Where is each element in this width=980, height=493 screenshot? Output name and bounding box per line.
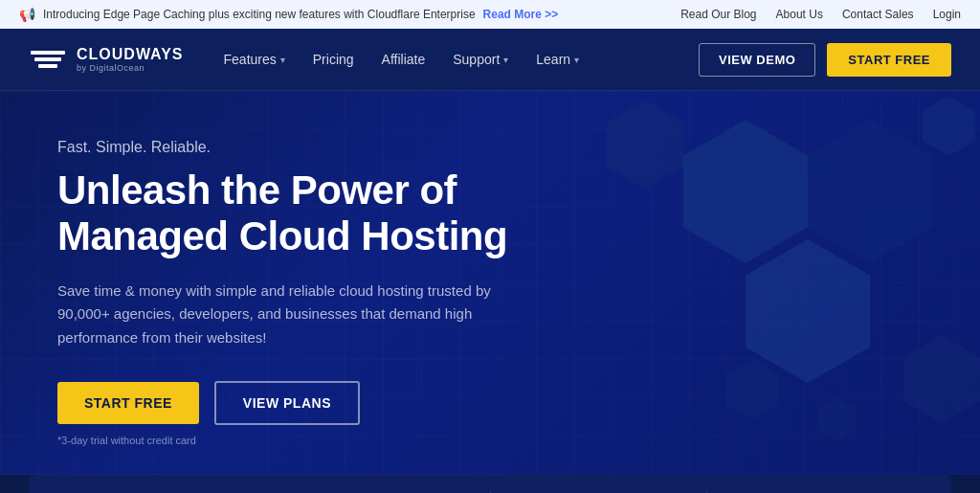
hex-shape	[683, 120, 808, 263]
view-plans-button[interactable]: VIEW PLANS	[214, 381, 360, 425]
hex-shape	[903, 335, 980, 423]
hex-shape	[923, 96, 975, 156]
logo-main-text: CLOUDWAYS	[77, 46, 184, 63]
hero-section: Fast. Simple. Reliable. Unleash the Powe…	[0, 91, 980, 475]
view-demo-button[interactable]: VIEW DEMO	[699, 43, 815, 77]
announcement-icon: 📢	[19, 7, 35, 22]
hex-shape	[746, 239, 870, 383]
logo[interactable]: CLOUDWAYS by DigitalOcean	[29, 43, 184, 77]
nav-right: VIEW DEMO START FREE	[699, 43, 951, 77]
hex-decorations	[578, 91, 980, 455]
hex-shape	[808, 120, 932, 263]
nav-affiliate[interactable]: Affiliate	[370, 44, 437, 75]
hero-buttons: START FREE VIEW PLANS	[57, 381, 632, 425]
chevron-down-icon: ▾	[280, 55, 285, 65]
hero-title: Unleash the Power of Managed Cloud Hosti…	[57, 168, 632, 260]
nav-features[interactable]: Features ▾	[212, 44, 297, 75]
announcement-left: 📢 Introducing Edge Page Caching plus exc…	[19, 7, 558, 22]
nav-support[interactable]: Support ▾	[441, 44, 520, 75]
start-free-hero-button[interactable]: START FREE	[57, 382, 199, 424]
hex-shape	[726, 359, 779, 419]
chevron-down-icon: ▾	[574, 55, 579, 65]
svg-rect-1	[34, 57, 61, 61]
announcement-bar: 📢 Introducing Edge Page Caching plus exc…	[0, 0, 980, 29]
logo-text: CLOUDWAYS by DigitalOcean	[77, 46, 184, 73]
about-us-link[interactable]: About Us	[776, 8, 823, 21]
logo-icon	[29, 43, 67, 77]
start-free-nav-button[interactable]: START FREE	[827, 43, 951, 77]
nav-learn[interactable]: Learn ▾	[524, 44, 590, 75]
hero-tagline: Fast. Simple. Reliable.	[57, 139, 632, 156]
nav-pricing[interactable]: Pricing	[301, 44, 366, 75]
hero-description: Save time & money with simple and reliab…	[57, 280, 536, 350]
login-link[interactable]: Login	[933, 8, 961, 21]
read-more-link[interactable]: Read More >>	[483, 8, 559, 21]
chevron-down-icon: ▾	[503, 55, 508, 65]
nav-left: CLOUDWAYS by DigitalOcean Features ▾ Pri…	[29, 43, 590, 77]
logo-sub-text: by DigitalOcean	[77, 63, 184, 73]
announcement-text: Introducing Edge Page Caching plus excit…	[43, 8, 476, 21]
hex-shape	[817, 397, 856, 441]
svg-rect-0	[31, 51, 65, 55]
trial-note: *3-day trial without credit card	[57, 435, 632, 446]
contact-sales-link[interactable]: Contact Sales	[842, 8, 914, 21]
read-blog-link[interactable]: Read Our Blog	[680, 8, 756, 21]
navbar: CLOUDWAYS by DigitalOcean Features ▾ Pri…	[0, 29, 980, 91]
announcement-right: Read Our Blog About Us Contact Sales Log…	[680, 8, 961, 21]
hero-content: Fast. Simple. Reliable. Unleash the Powe…	[57, 139, 632, 446]
stats-bar: #1 SMB Hosting 72 Industry-leading 570k+…	[29, 475, 951, 493]
svg-rect-2	[38, 64, 57, 68]
nav-links: Features ▾ Pricing Affiliate Support ▾ L…	[212, 44, 591, 75]
